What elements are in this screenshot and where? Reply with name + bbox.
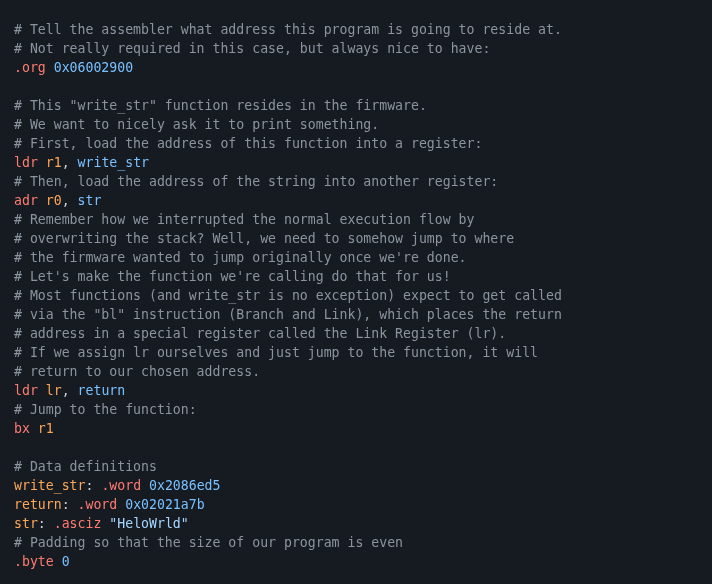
comment: # Padding so that the size of our progra…	[14, 535, 403, 550]
comment: # Jump to the function:	[14, 402, 197, 417]
comment: # address in a special register called t…	[14, 326, 506, 341]
identifier: return	[78, 383, 126, 398]
comment: # First, load the address of this functi…	[14, 136, 482, 151]
directive: .org	[14, 60, 46, 75]
punct: ,	[62, 383, 70, 398]
comment: # the firmware wanted to jump originally…	[14, 250, 467, 265]
comment: # return to our chosen address.	[14, 364, 260, 379]
label: str	[14, 516, 38, 531]
directive: .word	[101, 478, 141, 493]
register: r1	[46, 155, 62, 170]
label: return	[14, 497, 62, 512]
directive: .word	[78, 497, 118, 512]
mnemonic: ldr	[14, 155, 38, 170]
register: r0	[46, 193, 62, 208]
directive: .asciz	[54, 516, 102, 531]
comment: # Data definitions	[14, 459, 157, 474]
number: 0	[62, 554, 70, 569]
label: write_str	[14, 478, 85, 493]
comment: # We want to nicely ask it to print some…	[14, 117, 379, 132]
number: 0x02021a7b	[125, 497, 204, 512]
mnemonic: bx	[14, 421, 30, 436]
punct: :	[62, 497, 70, 512]
comment: # overwriting the stack? Well, we need t…	[14, 231, 514, 246]
number: 0x06002900	[54, 60, 133, 75]
comment: # This "write_str" function resides in t…	[14, 98, 427, 113]
number: 0x2086ed5	[149, 478, 220, 493]
code-block: # Tell the assembler what address this p…	[14, 20, 698, 571]
register: r1	[38, 421, 54, 436]
comment: # Tell the assembler what address this p…	[14, 22, 562, 37]
identifier: str	[78, 193, 102, 208]
string: "HeloWrld"	[109, 516, 188, 531]
comment: # If we assign lr ourselves and just jum…	[14, 345, 538, 360]
comment: # Remember how we interrupted the normal…	[14, 212, 475, 227]
comment: # Not really required in this case, but …	[14, 41, 490, 56]
punct: :	[38, 516, 46, 531]
comment: # Let's make the function we're calling …	[14, 269, 451, 284]
register: lr	[46, 383, 62, 398]
punct: ,	[62, 155, 70, 170]
punct: ,	[62, 193, 70, 208]
comment: # Then, load the address of the string i…	[14, 174, 498, 189]
mnemonic: ldr	[14, 383, 38, 398]
comment: # via the "bl" instruction (Branch and L…	[14, 307, 562, 322]
punct: :	[85, 478, 93, 493]
mnemonic: adr	[14, 193, 38, 208]
directive: .byte	[14, 554, 54, 569]
identifier: write_str	[78, 155, 149, 170]
comment: # Most functions (and write_str is no ex…	[14, 288, 562, 303]
